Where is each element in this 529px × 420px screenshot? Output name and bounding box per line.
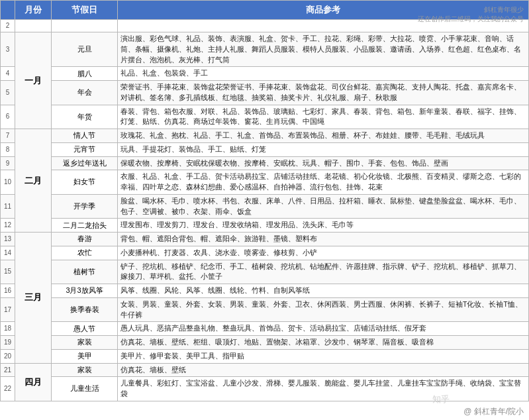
row-number: 8 bbox=[1, 142, 15, 156]
table-row: 4腊八礼品、礼盒、包装袋、手工 bbox=[1, 67, 529, 81]
row-number: 14 bbox=[1, 246, 15, 260]
festival-cell bbox=[52, 20, 118, 32]
row-number: 21 bbox=[1, 363, 15, 377]
festival-cell: 植树节 bbox=[52, 260, 118, 284]
row-number: 4 bbox=[1, 67, 15, 81]
row-number: 18 bbox=[1, 322, 15, 336]
goods-cell: 理发围布、理发剪刀、理发台、理发收纳箱、理发用品、洗头床、毛巾等 bbox=[118, 219, 529, 233]
festival-cell: 愚人节 bbox=[52, 322, 118, 336]
table-row: 5年会荣誉证书、手捧花束、装饰盆花荣誉证书、手捧花束、装饰盆花、司仪台鲜花、嘉宾… bbox=[1, 81, 529, 105]
row-num-header bbox=[1, 1, 15, 20]
table-row: 8元宵节玩具、手提花灯、装饰品、手工、贴纸、灯笼 bbox=[1, 142, 529, 156]
col-b-header: 节假日 bbox=[52, 1, 118, 20]
festival-cell: 换季春装 bbox=[52, 297, 118, 322]
goods-cell: 礼品、礼盒、包装袋、手工 bbox=[118, 67, 529, 81]
festival-cell: 年货 bbox=[52, 105, 118, 129]
festival-cell: 农忙 bbox=[52, 246, 118, 260]
goods-cell: 女装、男装、童装、外套、女装、男装、童装、外套、卫衣、休闲西装、男士西服、休闲裤… bbox=[118, 297, 529, 322]
month-cell: 四月 bbox=[15, 363, 52, 401]
goods-cell: 玩具、手提花灯、装饰品、手工、贴纸、灯笼 bbox=[118, 142, 529, 156]
festival-cell: 返乡过年送礼 bbox=[52, 156, 118, 170]
month-cell: 二月 bbox=[15, 129, 52, 233]
festival-cell: 妇女节 bbox=[52, 170, 118, 195]
table-row: 19家装仿真花、墙板、壁纸、柜组、吸顶灯、地贴、置物架、冰箱罩、沙发巾、钢琴罩、… bbox=[1, 336, 529, 350]
table-row: 12二月二龙抬头理发围布、理发剪刀、理发台、理发收纳箱、理发用品、洗头床、毛巾等 bbox=[1, 219, 529, 233]
row-number: 10 bbox=[1, 170, 15, 195]
goods-cell: 愚人玩具、恶搞产品整蛊礼物、整蛊玩具、首饰品、贺卡、活动易拉宝、店铺活动挂纸、假… bbox=[118, 322, 529, 336]
row-number: 19 bbox=[1, 336, 15, 350]
zhihu-author: @ 斜杠青年/院小 bbox=[463, 406, 524, 417]
row-number: 6 bbox=[1, 105, 15, 129]
table-row: 18愚人节愚人玩具、恶搞产品整蛊礼物、整蛊玩具、首饰品、贺卡、活动易拉宝、店铺活… bbox=[1, 322, 529, 336]
row-number: 15 bbox=[1, 260, 15, 284]
table-row: 163月3放风筝风筝、线圈、风轮、风筝、线圈、线轮、竹料、自制风筝纸 bbox=[1, 284, 529, 298]
row-number: 3 bbox=[1, 32, 15, 67]
festival-cell: 开学季 bbox=[52, 194, 118, 219]
month-cell bbox=[15, 20, 52, 32]
table-row: 21四月家装仿真花、墙板、壁纸 bbox=[1, 363, 529, 377]
festival-cell: 情人节 bbox=[52, 129, 118, 143]
festival-cell: 家装 bbox=[52, 363, 118, 377]
goods-cell: 荣誉证书、手捧花束、装饰盆花荣誉证书、手捧花束、装饰盆花、司仪台鲜花、嘉宾陶花、… bbox=[118, 81, 529, 105]
watermark-line1: 斜杠青年很少 bbox=[418, 5, 524, 15]
festival-cell: 美甲 bbox=[52, 349, 118, 363]
table-row: 3一月元旦演出服、彩色气球、礼品、装饰、表演服、礼盒、贺卡、手工、拉花、彩绳、彩… bbox=[1, 32, 529, 67]
festival-cell: 元旦 bbox=[52, 32, 118, 67]
goods-cell: 小麦播种机、打麦器、农具、浇水壶、喷雾壶、修枝剪、小铲 bbox=[118, 246, 529, 260]
goods-cell: 衣服、礼品、礼盒、手工品、贺卡活动易拉宝、店铺活动挂纸、老花镜、初心化妆镜、北极… bbox=[118, 170, 529, 195]
goods-cell: 脸盆、喝水杯、毛巾、喷水杯、书包、衣服、床单、八件、日用品、拉杆箱、睡衣、鼠标垫… bbox=[118, 194, 529, 219]
table-row: 10妇女节衣服、礼品、礼盒、手工品、贺卡活动易拉宝、店铺活动挂纸、老花镜、初心化… bbox=[1, 170, 529, 195]
col-a-header: 月份 bbox=[15, 1, 52, 20]
table-row: 17换季春装女装、男装、童装、外套、女装、男装、童装、外套、卫衣、休闲西装、男士… bbox=[1, 297, 529, 322]
goods-cell: 春装、背包、箱包衣服、对联、礼品、装饰品、玻璃贴、七彩灯、家具、春装、背包、箱包… bbox=[118, 105, 529, 129]
festival-cell: 二月二龙抬头 bbox=[52, 219, 118, 233]
main-table: 月份 节假日 商品参考 23一月元旦演出服、彩色气球、礼品、装饰、表演服、礼盒、… bbox=[0, 0, 529, 401]
row-number: 11 bbox=[1, 194, 15, 219]
month-cell: 一月 bbox=[15, 32, 52, 129]
goods-cell: 背包、帽、遮阳合背包、帽、遮阳伞、旅游鞋、墨镜、塑料布 bbox=[118, 233, 529, 246]
row-number: 12 bbox=[1, 219, 15, 233]
zhihu-logo: 知乎 bbox=[432, 394, 450, 405]
table-row: 11开学季脸盆、喝水杯、毛巾、喷水杯、书包、衣服、床单、八件、日用品、拉杆箱、睡… bbox=[1, 194, 529, 219]
table-row: 14农忙小麦播种机、打麦器、农具、浇水壶、喷雾壶、修枝剪、小铲 bbox=[1, 246, 529, 260]
festival-cell: 3月3放风筝 bbox=[52, 284, 118, 298]
goods-cell: 演出服、彩色气球、礼品、装饰、表演服、礼盒、贺卡、手工、拉花、彩绳、彩带、大拉花… bbox=[118, 32, 529, 67]
row-number: 16 bbox=[1, 284, 15, 298]
festival-cell: 春游 bbox=[52, 233, 118, 246]
festival-cell: 家装 bbox=[52, 336, 118, 350]
table-row: 15植树节铲子、挖坑机、移植铲、纪念币、手工、植树袋、挖坑机、钻地配件、许愿挂牌… bbox=[1, 260, 529, 284]
goods-cell: 玫瑰花、礼盒、抱枕、礼品、手工、礼盒、首饰品、布置装饰品、相册、杯子、布娃娃、腰… bbox=[118, 129, 529, 143]
goods-cell: 保暖衣物、按摩椅、安眠枕保暖衣物、按摩椅、安眠枕、玩具、帽子、围巾、手套、包包、… bbox=[118, 156, 529, 170]
row-number: 5 bbox=[1, 81, 15, 105]
goods-cell: 铲子、挖坑机、移植铲、纪念币、手工、植树袋、挖坑机、钻地配件、许愿挂牌、指示牌、… bbox=[118, 260, 529, 284]
row-number: 22 bbox=[1, 377, 15, 401]
goods-cell: 儿童餐具、彩虹灯、宝宝浴盆、儿童小沙发、滑梯、婴儿服装、脆能盆、婴儿车挂篮、儿童… bbox=[118, 377, 529, 401]
row-number: 2 bbox=[1, 20, 15, 32]
row-number: 9 bbox=[1, 156, 15, 170]
watermark-line2: 还在创作后二维码，关注我的公众号 bbox=[418, 15, 524, 24]
table-row: 7二月情人节玫瑰花、礼盒、抱枕、礼品、手工、礼盒、首饰品、布置装饰品、相册、杯子… bbox=[1, 129, 529, 143]
festival-cell: 元宵节 bbox=[52, 142, 118, 156]
watermark: 斜杠青年很少 还在创作后二维码，关注我的公众号 bbox=[418, 5, 524, 24]
goods-cell: 美甲片、修甲套装、美甲工具、指甲贴 bbox=[118, 349, 529, 363]
table-row: 9返乡过年送礼保暖衣物、按摩椅、安眠枕保暖衣物、按摩椅、安眠枕、玩具、帽子、围巾… bbox=[1, 156, 529, 170]
goods-cell: 仿真花、墙板、壁纸、柜组、吸顶灯、地贴、置物架、冰箱罩、沙发巾、钢琴罩、隔音板、… bbox=[118, 336, 529, 350]
goods-cell: 风筝、线圈、风轮、风筝、线圈、线轮、竹料、自制风筝纸 bbox=[118, 284, 529, 298]
festival-cell: 腊八 bbox=[52, 67, 118, 81]
festival-cell: 年会 bbox=[52, 81, 118, 105]
row-number: 7 bbox=[1, 129, 15, 143]
table-row: 20美甲美甲片、修甲套装、美甲工具、指甲贴 bbox=[1, 349, 529, 363]
festival-cell: 儿童生活 bbox=[52, 377, 118, 401]
table-row: 6年货春装、背包、箱包衣服、对联、礼品、装饰品、玻璃贴、七彩灯、家具、春装、背包… bbox=[1, 105, 529, 129]
row-number: 20 bbox=[1, 349, 15, 363]
row-number: 17 bbox=[1, 297, 15, 322]
page-wrapper: 斜杠青年很少 还在创作后二维码，关注我的公众号 月份 节假日 商品参考 23一月… bbox=[0, 0, 529, 420]
month-cell: 三月 bbox=[15, 233, 52, 364]
goods-cell: 仿真花、墙板、壁纸 bbox=[118, 363, 529, 377]
row-number: 13 bbox=[1, 233, 15, 246]
table-row: 13三月春游背包、帽、遮阳合背包、帽、遮阳伞、旅游鞋、墨镜、塑料布 bbox=[1, 233, 529, 246]
